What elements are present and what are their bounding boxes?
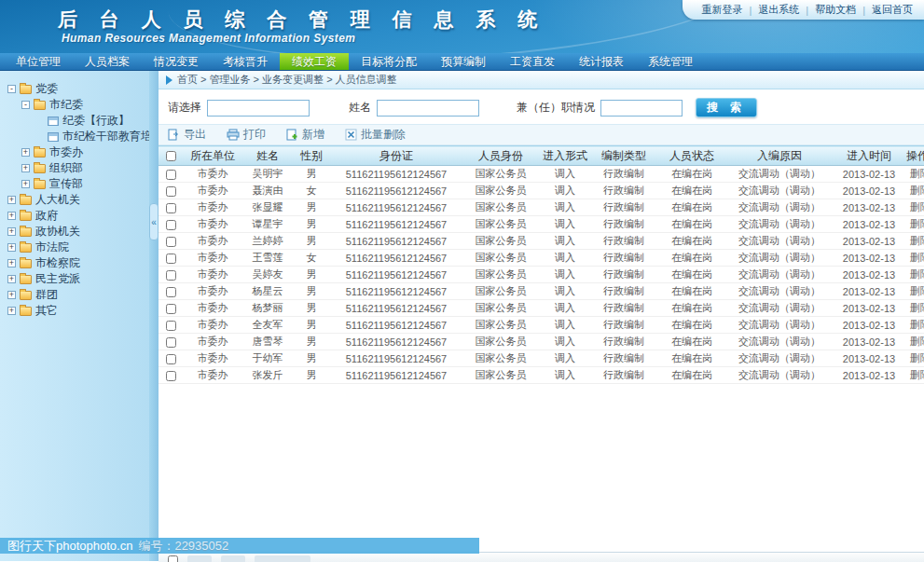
batch-delete-button[interactable]: 批量删除 (345, 127, 406, 143)
row-checkbox[interactable] (166, 220, 176, 230)
tree-item[interactable]: +群团 (0, 287, 149, 303)
cell-gender: 男 (293, 334, 330, 350)
row-checkbox[interactable] (166, 287, 176, 297)
tree-item[interactable]: 市纪检干部教育培训中心 (0, 129, 149, 144)
row-checkbox[interactable] (166, 371, 176, 381)
tree-item[interactable]: -市纪委 (0, 97, 149, 113)
row-checkbox[interactable] (166, 203, 176, 213)
row-checkbox[interactable] (166, 254, 176, 264)
cell-name: 兰婷婷 (242, 233, 293, 250)
row-checkbox[interactable] (166, 270, 176, 281)
collapse-minus-icon[interactable]: - (7, 85, 16, 93)
column-header: 身份证 (330, 146, 462, 166)
nav-item[interactable]: 人员档案 (73, 53, 142, 70)
tree-item[interactable]: +市委办 (0, 144, 149, 160)
search-button[interactable]: 搜 索 (696, 98, 757, 117)
watermark-number: 编号：22935052 (138, 538, 228, 555)
cell-date: 2013-02-13 (832, 250, 906, 267)
unit-select-input[interactable] (207, 100, 310, 117)
row-checkbox[interactable] (166, 237, 176, 247)
breadcrumb-arrow-icon (166, 75, 172, 85)
cell-id: 511621195612124567 (330, 250, 462, 267)
folder-icon (20, 85, 32, 94)
tree-item[interactable]: +政府 (0, 208, 149, 224)
tree-item[interactable]: +组织部 (0, 160, 149, 176)
cell-status: 在编在岗 (656, 166, 727, 183)
collapse-minus-icon[interactable]: - (21, 101, 30, 109)
delete-link[interactable]: 删除 (910, 168, 924, 179)
tree-item[interactable]: +市法院 (0, 240, 149, 255)
tree-item[interactable]: -党委 (0, 81, 149, 97)
nav-item[interactable]: 目标将分配 (349, 53, 429, 70)
nav-item-active[interactable]: 绩效工资 (280, 53, 349, 70)
duty-input[interactable] (600, 100, 683, 117)
expand-plus-icon[interactable]: + (21, 148, 30, 157)
row-checkbox[interactable] (166, 337, 176, 348)
delete-link[interactable]: 删除 (910, 201, 924, 212)
nav-item[interactable]: 情况变更 (142, 53, 211, 70)
expand-plus-icon[interactable]: + (7, 243, 16, 252)
nav-item[interactable]: 预算编制 (429, 53, 498, 70)
header-link[interactable]: 帮助文档 (815, 3, 856, 17)
tree-item-label: 市纪委 (49, 97, 83, 113)
print-button[interactable]: 打印 (227, 127, 266, 143)
expand-plus-icon[interactable]: + (21, 164, 30, 172)
cell-reason: 交流调动（调动） (727, 317, 832, 334)
cell-identity: 国家公务员 (462, 317, 539, 334)
footer-select-all-checkbox[interactable] (168, 555, 178, 562)
tree-item[interactable]: +市检察院 (0, 255, 149, 271)
nav-item[interactable]: 统计报表 (567, 53, 636, 70)
row-checkbox[interactable] (166, 186, 176, 197)
tree-item[interactable]: 纪委【行政】 (0, 113, 149, 129)
add-button[interactable]: 新增 (286, 127, 324, 143)
cell-identity: 国家公务员 (462, 199, 539, 216)
expand-plus-icon[interactable]: + (7, 227, 16, 236)
cell-gender: 男 (293, 367, 330, 384)
row-checkbox[interactable] (166, 304, 176, 314)
cell-name: 唐雪琴 (242, 334, 293, 350)
tree-item[interactable]: +人大机关 (0, 192, 149, 208)
delete-link[interactable]: 删除 (910, 369, 924, 380)
tree-item[interactable]: +宣传部 (0, 176, 149, 192)
nav-item[interactable]: 考核晋升 (211, 53, 280, 70)
sidebar-collapse-button[interactable]: « (149, 203, 159, 240)
expand-plus-icon[interactable]: + (7, 291, 16, 299)
nav-item[interactable]: 工资直发 (498, 53, 567, 70)
delete-link[interactable]: 删除 (910, 235, 924, 246)
row-checkbox[interactable] (166, 321, 176, 331)
expand-plus-icon[interactable]: + (7, 307, 16, 315)
delete-link[interactable]: 删除 (910, 185, 924, 196)
select-all-checkbox[interactable] (166, 151, 176, 161)
tree-item[interactable]: +政协机关 (0, 224, 149, 240)
export-button[interactable]: 导出 (168, 127, 206, 143)
delete-link[interactable]: 删除 (910, 218, 924, 229)
cell-name: 吴明宇 (242, 166, 293, 183)
nav-item[interactable]: 系统管理 (636, 53, 705, 70)
header-link[interactable]: 重新登录 (701, 3, 742, 17)
header-link[interactable]: 退出系统 (758, 3, 799, 17)
delete-link[interactable]: 删除 (910, 302, 924, 313)
delete-link[interactable]: 删除 (910, 336, 924, 347)
cell-identity: 国家公务员 (462, 183, 539, 199)
delete-link[interactable]: 删除 (910, 352, 924, 363)
delete-link[interactable]: 删除 (910, 268, 924, 280)
name-input[interactable] (377, 100, 479, 117)
expand-plus-icon[interactable]: + (7, 212, 16, 220)
expand-plus-icon[interactable]: + (21, 180, 30, 188)
delete-link[interactable]: 删除 (910, 252, 924, 263)
cell-unit: 市委办 (183, 183, 242, 199)
expand-plus-icon[interactable]: + (7, 259, 16, 267)
row-checkbox[interactable] (166, 170, 176, 180)
cell-date: 2013-02-13 (832, 300, 906, 317)
delete-link[interactable]: 删除 (910, 285, 924, 296)
header-link[interactable]: 返回首页 (872, 3, 913, 17)
expand-plus-icon[interactable]: + (7, 275, 16, 283)
tree-item[interactable]: +其它 (0, 303, 149, 319)
nav-item[interactable]: 单位管理 (4, 53, 73, 70)
expand-plus-icon[interactable]: + (7, 196, 16, 204)
delete-link[interactable]: 删除 (910, 319, 924, 330)
tree-item[interactable]: +民主党派 (0, 271, 149, 287)
folder-icon (20, 227, 32, 237)
cell-entry: 调入 (539, 250, 591, 267)
row-checkbox[interactable] (166, 354, 176, 364)
